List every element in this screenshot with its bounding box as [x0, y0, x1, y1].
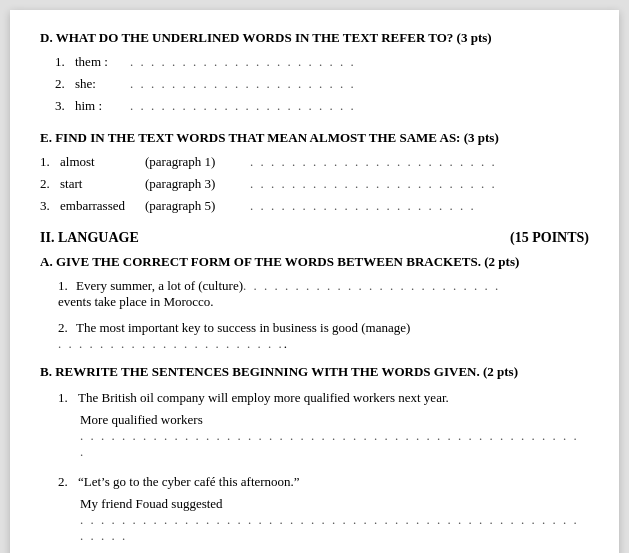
- section-d-q1: 1. them : . . . . . . . . . . . . . . . …: [55, 54, 589, 70]
- section-a-points: (2 pts): [481, 254, 519, 269]
- q-text-before: Every summer, a lot of (culture): [76, 278, 243, 294]
- q-dots: . . . . . . . . . . . . . . . . . . . . …: [130, 76, 356, 92]
- q-num: 2.: [40, 176, 60, 192]
- q-label: him :: [75, 98, 130, 114]
- q-para: (paragraph 5): [145, 198, 250, 214]
- q-num: 2.: [58, 474, 78, 490]
- section-ii-points: (15 POINTS): [510, 230, 589, 246]
- section-b-questions: 1. The British oil company will employ m…: [40, 390, 589, 544]
- q-dots: . . . . . . . . . . . . . . . . . . . . …: [250, 198, 476, 214]
- rewrite-dots: . . . . . . . . . . . . . . . . . . . . …: [80, 512, 589, 544]
- section-a-questions: 1. Every summer, a lot of (culture) . . …: [40, 278, 589, 352]
- section-b-title: B. REWRITE THE SENTENCES BEGINNING WITH …: [40, 364, 480, 379]
- q-num: 3.: [55, 98, 75, 114]
- section-b: B. REWRITE THE SENTENCES BEGINNING WITH …: [40, 364, 589, 544]
- q-label: almost: [60, 154, 145, 170]
- section-b-q2-rewrite: My friend Fouad suggested . . . . . . . …: [58, 496, 589, 544]
- section-ii: II. LANGUAGE (15 POINTS): [40, 230, 589, 246]
- q-dots: . . . . . . . . . . . . . . . . . . . . …: [250, 154, 497, 170]
- section-e-q2: 2. start (paragraph 3) . . . . . . . . .…: [40, 176, 589, 192]
- q-label: them :: [75, 54, 130, 70]
- q-quote: “Let’s go to the cyber café this afterno…: [78, 474, 300, 490]
- section-d-q2: 2. she: . . . . . . . . . . . . . . . . …: [55, 76, 589, 92]
- q-label: she:: [75, 76, 130, 92]
- section-b-q1-rewrite: More qualified workers . . . . . . . . .…: [58, 412, 589, 460]
- section-d-questions: 1. them : . . . . . . . . . . . . . . . …: [40, 54, 589, 114]
- q-text-after: .: [284, 336, 287, 352]
- q-dots: . . . . . . . . . . . . . . . . . . . . …: [250, 176, 497, 192]
- q-para: (paragraph 1): [145, 154, 250, 170]
- section-ii-title: II. LANGUAGE: [40, 230, 510, 246]
- section-e-q3: 3. embarrassed (paragraph 5) . . . . . .…: [40, 198, 589, 214]
- section-d-title: D. WHAT DO THE UNDERLINED WORDS IN THE T…: [40, 30, 453, 45]
- section-b-q1: 1. The British oil company will employ m…: [58, 390, 589, 460]
- q-num: 1.: [58, 278, 76, 294]
- q-num: 2.: [58, 320, 76, 336]
- section-d-q3: 3. him : . . . . . . . . . . . . . . . .…: [55, 98, 589, 114]
- section-a-title: A. GIVE THE CORRECT FORM OF THE WORDS BE…: [40, 254, 481, 269]
- q-text-before: The most important key to success in bus…: [76, 320, 410, 336]
- section-b-header: B. REWRITE THE SENTENCES BEGINNING WITH …: [40, 364, 589, 380]
- section-e-points: (3 pts): [460, 130, 498, 145]
- section-e-header: E. FIND IN THE TEXT WORDS THAT MEAN ALMO…: [40, 130, 589, 146]
- section-d-points: (3 pts): [453, 30, 491, 45]
- q-num: 1.: [40, 154, 60, 170]
- page: D. WHAT DO THE UNDERLINED WORDS IN THE T…: [10, 10, 619, 553]
- section-a-q2: 2. The most important key to success in …: [58, 320, 589, 352]
- section-e-title: E. FIND IN THE TEXT WORDS THAT MEAN ALMO…: [40, 130, 460, 145]
- q-dots: . . . . . . . . . . . . . . . . . . . . …: [130, 98, 356, 114]
- section-b-q1-main: 1. The British oil company will employ m…: [58, 390, 589, 406]
- section-b-q2: 2. “Let’s go to the cyber café this afte…: [58, 474, 589, 544]
- q-num: 1.: [55, 54, 75, 70]
- q-label: start: [60, 176, 145, 192]
- rewrite-start: My friend Fouad suggested: [80, 496, 223, 512]
- section-a: A. GIVE THE CORRECT FORM OF THE WORDS BE…: [40, 254, 589, 352]
- section-b-points: (2 pts): [480, 364, 518, 379]
- q-dots: . . . . . . . . . . . . . . . . . . . . …: [58, 336, 284, 352]
- q-dots: . . . . . . . . . . . . . . . . . . . . …: [130, 54, 356, 70]
- q-num: 1.: [58, 390, 78, 406]
- section-e: E. FIND IN THE TEXT WORDS THAT MEAN ALMO…: [40, 130, 589, 214]
- q-dots: . . . . . . . . . . . . . . . . . . . . …: [243, 278, 500, 294]
- rewrite-dots: . . . . . . . . . . . . . . . . . . . . …: [80, 428, 589, 460]
- section-b-q2-main: 2. “Let’s go to the cyber café this afte…: [58, 474, 589, 490]
- section-a-header: A. GIVE THE CORRECT FORM OF THE WORDS BE…: [40, 254, 589, 270]
- rewrite-start: More qualified workers: [80, 412, 203, 428]
- section-d-header: D. WHAT DO THE UNDERLINED WORDS IN THE T…: [40, 30, 589, 46]
- section-a-q1: 1. Every summer, a lot of (culture) . . …: [58, 278, 589, 310]
- q-text-after: events take place in Morocco.: [58, 294, 214, 310]
- section-e-q1: 1. almost (paragraph 1) . . . . . . . . …: [40, 154, 589, 170]
- q-num: 2.: [55, 76, 75, 92]
- section-e-questions: 1. almost (paragraph 1) . . . . . . . . …: [40, 154, 589, 214]
- q-text: The British oil company will employ more…: [78, 390, 449, 406]
- q-num: 3.: [40, 198, 60, 214]
- q-para: (paragraph 3): [145, 176, 250, 192]
- q-label: embarrassed: [60, 198, 145, 214]
- section-d: D. WHAT DO THE UNDERLINED WORDS IN THE T…: [40, 30, 589, 114]
